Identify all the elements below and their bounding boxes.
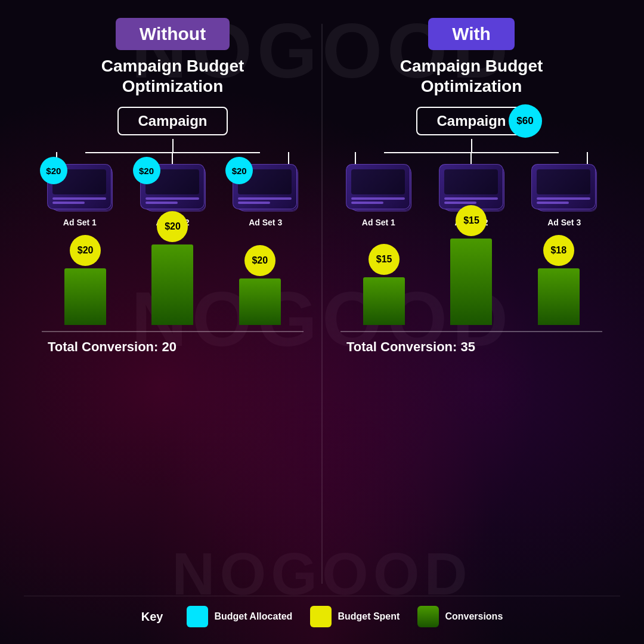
card-lines-2	[145, 197, 199, 204]
without-branch-3	[288, 152, 289, 164]
legend-green-swatch	[417, 606, 439, 627]
with-branch-line-3	[587, 152, 588, 164]
without-tree	[36, 139, 309, 164]
with-branch-line-2	[470, 152, 472, 164]
without-badge-text: Without	[140, 24, 206, 44]
with-title-line1: Campaign Budget	[400, 57, 543, 75]
with-card-line-2a	[444, 197, 498, 200]
without-bar-2	[151, 244, 193, 325]
with-badge-text: With	[452, 24, 491, 44]
with-campaign-wrap: Campaign $60	[416, 107, 526, 135]
with-chart-section: $15 $15 $18 Total Conversion: 35	[335, 232, 608, 355]
with-tree	[335, 139, 608, 164]
card-line-2a	[145, 197, 199, 200]
column-with: With Campaign Budget Optimization Campai…	[323, 12, 620, 596]
with-bar-2-wrap: $15	[450, 221, 492, 325]
without-campaign-wrap: Campaign	[117, 107, 227, 135]
without-adset-2-card: $20	[140, 164, 206, 212]
without-total-conversion: Total Conversion: 20	[42, 339, 182, 355]
legend-row: Key Budget Allocated Budget Spent Conver…	[24, 596, 620, 632]
without-adset-1-budget: $20	[40, 157, 67, 184]
card-lines-3	[238, 197, 292, 204]
legend-budget-spent: Budget Spent	[310, 606, 400, 627]
with-card-screen-3	[537, 169, 590, 194]
columns-layout: Without Campaign Budget Optimization Cam…	[24, 12, 620, 596]
without-chart-divider	[42, 331, 304, 332]
with-adset-3-wrap: Ad Set 3	[520, 164, 608, 227]
with-card-front-3	[531, 164, 596, 209]
legend-conversions: Conversions	[417, 606, 503, 627]
with-total-conversion: Total Conversion: 35	[340, 339, 481, 355]
with-campaign-budget-text: $60	[516, 115, 533, 127]
without-campaign-label: Campaign	[138, 113, 207, 129]
with-card-screen-2	[444, 169, 498, 194]
card-line-3b	[238, 202, 270, 204]
without-badge: Without	[116, 18, 230, 50]
with-tree-branches	[355, 152, 587, 164]
with-tree-horiz-container	[355, 152, 587, 164]
with-bar-3-wrap: $18	[538, 250, 580, 325]
with-chart-area: $15 $15 $18	[340, 232, 602, 327]
legend-budget-allocated-label: Budget Allocated	[214, 611, 292, 622]
legend-yellow-swatch	[310, 606, 332, 627]
without-bar-1	[64, 268, 106, 325]
without-bar-1-label: $20	[70, 235, 101, 266]
without-campaign-box: Campaign	[117, 107, 227, 135]
with-branch-1	[355, 152, 356, 164]
with-branch-2	[470, 152, 472, 164]
legend-key-label: Key	[141, 610, 163, 624]
with-tree-horiz-line	[384, 152, 559, 153]
with-bar-1-wrap: $15	[363, 259, 405, 325]
without-adset-3-wrap: $20 Ad Set 3	[221, 164, 309, 227]
without-bar-1-wrap: $20	[64, 250, 106, 325]
with-bar-2-label: $15	[456, 205, 487, 236]
with-bar-1-label: $15	[369, 244, 400, 275]
with-adset-1-wrap: Ad Set 1	[335, 164, 423, 227]
without-branch-line-2	[172, 152, 173, 164]
without-adset-3-card: $20	[233, 164, 298, 212]
with-card-line-3b	[537, 202, 569, 204]
with-bar-2	[450, 239, 492, 325]
card-lines-1	[52, 197, 106, 204]
without-title-line1: Campaign Budget	[101, 57, 244, 75]
with-title-line2: Optimization	[421, 77, 522, 95]
without-chart-section: $20 $20 $20 Total Conversion: 20	[36, 232, 309, 355]
with-badge: With	[428, 18, 515, 50]
without-chart-area: $20 $20 $20	[42, 232, 304, 327]
without-branch-line-3	[288, 152, 289, 164]
without-bar-2-label: $20	[157, 211, 188, 242]
with-tree-vert	[471, 139, 472, 152]
with-adset-1-card	[346, 164, 411, 212]
without-bar-3-wrap: $20	[239, 261, 281, 325]
with-title: Campaign Budget Optimization	[400, 56, 543, 96]
with-chart-divider	[340, 331, 602, 332]
without-adset-2-budget: $20	[133, 157, 160, 184]
with-card-line-1a	[351, 197, 405, 200]
without-adset-1-card: $20	[47, 164, 113, 212]
with-card-line-1b	[351, 202, 383, 204]
without-title-line2: Optimization	[122, 77, 224, 95]
without-bar-2-wrap: $20	[151, 227, 193, 325]
with-adset-2-card	[439, 164, 504, 212]
with-card-screen-1	[351, 169, 405, 194]
with-card-lines-3	[537, 197, 590, 204]
with-bar-3-label: $18	[543, 235, 574, 266]
with-adset-3-label: Ad Set 3	[547, 218, 581, 227]
card-line-2b	[145, 202, 178, 204]
without-tree-vert	[172, 139, 174, 152]
legend-budget-allocated: Budget Allocated	[187, 606, 292, 627]
legend-budget-spent-label: Budget Spent	[338, 611, 400, 622]
without-adset-3-label: Ad Set 3	[249, 218, 282, 227]
without-adset-1-wrap: $20 Ad Set 1	[36, 164, 124, 227]
without-tree-horiz-container	[56, 152, 289, 164]
main-container: Without Campaign Budget Optimization Cam…	[0, 0, 644, 644]
with-card-lines-1	[351, 197, 405, 204]
with-branch-line-1	[355, 152, 356, 164]
with-card-line-2b	[444, 202, 476, 204]
without-bar-3	[239, 278, 281, 325]
without-branch-2	[172, 152, 173, 164]
card-line-1a	[52, 197, 106, 200]
with-card-front-2	[439, 164, 503, 209]
without-title: Campaign Budget Optimization	[101, 56, 244, 96]
with-campaign-budget-badge: $60	[509, 104, 542, 138]
